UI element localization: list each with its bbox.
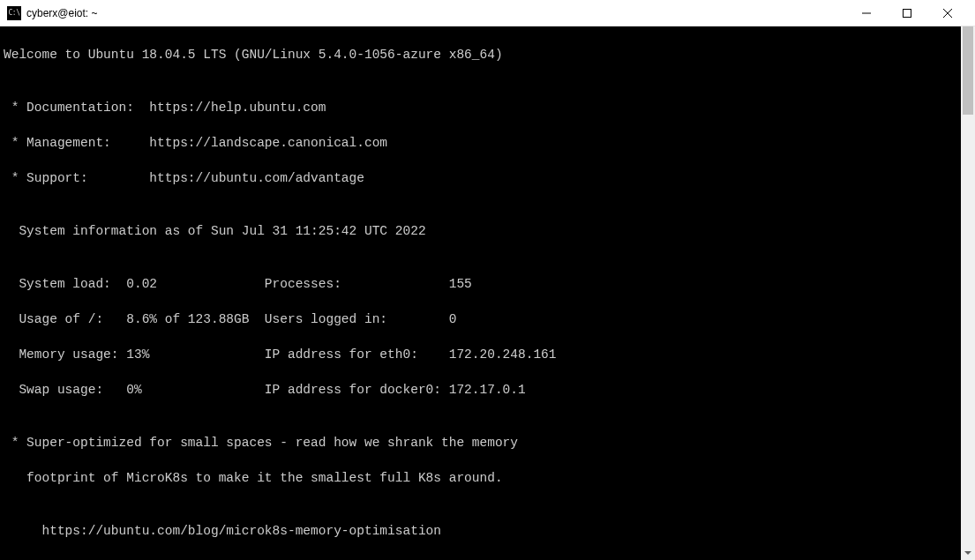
svg-marker-4 — [964, 551, 971, 555]
output-line: Usage of /: 8.6% of 123.88GB Users logge… — [4, 310, 973, 328]
output-line: Swap usage: 0% IP address for docker0: 1… — [4, 381, 973, 399]
titlebar: C:\ cyberx@eiot: ~ — [0, 0, 975, 26]
output-line: System information as of Sun Jul 31 11:2… — [4, 222, 973, 240]
output-line: * Support: https://ubuntu.com/advantage — [4, 169, 973, 187]
output-line: System load: 0.02 Processes: 155 — [4, 275, 973, 293]
output-line: * Documentation: https://help.ubuntu.com — [4, 99, 973, 116]
svg-rect-1 — [904, 9, 911, 17]
output-line: https://ubuntu.com/blog/microk8s-memory-… — [4, 522, 973, 540]
output-line: Memory usage: 13% IP address for eth0: 1… — [4, 346, 973, 363]
scrollbar-down-arrow[interactable] — [961, 546, 975, 560]
output-line: Welcome to Ubuntu 18.04.5 LTS (GNU/Linux… — [4, 46, 973, 63]
scrollbar-thumb[interactable] — [963, 26, 973, 115]
window-title: cyberx@eiot: ~ — [26, 7, 98, 19]
window-controls — [846, 0, 968, 26]
output-line: footprint of MicroK8s to make it the sma… — [4, 469, 973, 487]
close-button[interactable] — [927, 0, 968, 26]
scrollbar[interactable] — [961, 26, 975, 560]
output-line: * Management: https://landscape.canonica… — [4, 134, 973, 152]
maximize-button[interactable] — [887, 0, 927, 26]
minimize-button[interactable] — [846, 0, 887, 26]
terminal-app-icon: C:\ — [7, 6, 21, 20]
terminal-output[interactable]: Welcome to Ubuntu 18.04.5 LTS (GNU/Linux… — [0, 26, 975, 560]
output-line: * Super-optimized for small spaces - rea… — [4, 434, 973, 452]
